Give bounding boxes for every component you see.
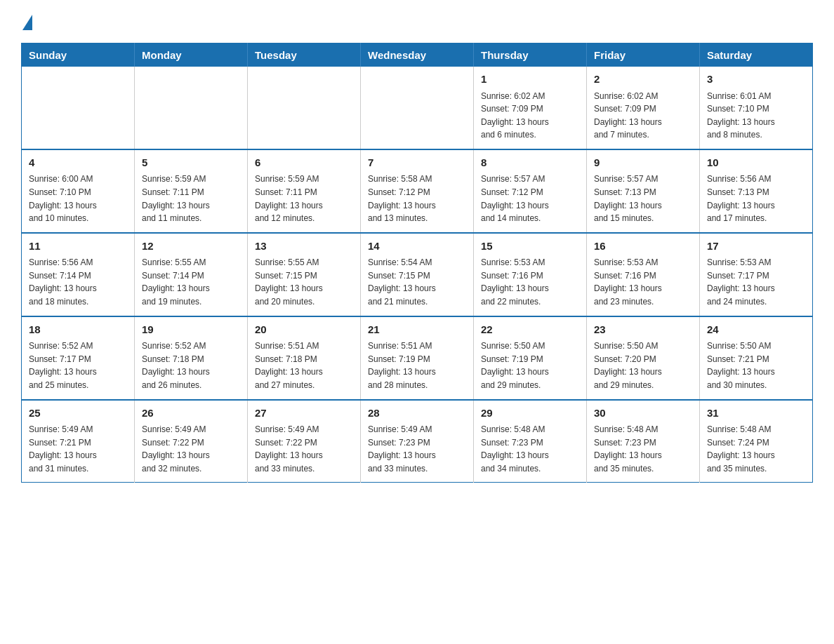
day-number: 13 [255, 239, 353, 255]
day-number: 26 [142, 405, 240, 422]
calendar-header-tuesday: Tuesday [248, 43, 361, 67]
day-number: 23 [594, 322, 692, 338]
calendar-cell: 14Sunrise: 5:54 AM Sunset: 7:15 PM Dayli… [361, 233, 474, 316]
calendar-cell: 15Sunrise: 5:53 AM Sunset: 7:16 PM Dayli… [474, 233, 587, 316]
day-number: 11 [29, 239, 127, 255]
calendar-cell: 1Sunrise: 6:02 AM Sunset: 7:09 PM Daylig… [474, 67, 587, 149]
day-number: 8 [481, 155, 579, 171]
day-number: 22 [481, 322, 579, 338]
calendar-cell: 10Sunrise: 5:56 AM Sunset: 7:13 PM Dayli… [700, 149, 813, 233]
day-number: 24 [707, 322, 805, 338]
page-header [21, 14, 813, 30]
day-info: Sunrise: 6:00 AM Sunset: 7:10 PM Dayligh… [29, 173, 127, 224]
day-number: 7 [368, 155, 466, 171]
day-number: 5 [142, 155, 240, 171]
day-number: 6 [255, 155, 353, 171]
day-number: 27 [255, 405, 353, 422]
calendar-week-row: 25Sunrise: 5:49 AM Sunset: 7:21 PM Dayli… [22, 400, 813, 483]
calendar-cell [22, 67, 135, 149]
day-number: 16 [594, 239, 692, 255]
day-number: 12 [142, 239, 240, 255]
day-info: Sunrise: 5:51 AM Sunset: 7:18 PM Dayligh… [255, 340, 353, 391]
day-info: Sunrise: 6:02 AM Sunset: 7:09 PM Dayligh… [594, 90, 692, 142]
day-number: 19 [142, 322, 240, 338]
calendar-week-row: 11Sunrise: 5:56 AM Sunset: 7:14 PM Dayli… [22, 233, 813, 316]
calendar-week-row: 1Sunrise: 6:02 AM Sunset: 7:09 PM Daylig… [22, 67, 813, 149]
calendar-cell: 16Sunrise: 5:53 AM Sunset: 7:16 PM Dayli… [587, 233, 700, 316]
calendar-cell: 5Sunrise: 5:59 AM Sunset: 7:11 PM Daylig… [135, 149, 248, 233]
logo-triangle-icon [22, 15, 32, 30]
day-number: 31 [707, 405, 805, 422]
calendar-cell: 9Sunrise: 5:57 AM Sunset: 7:13 PM Daylig… [587, 149, 700, 233]
day-number: 4 [29, 155, 127, 171]
day-info: Sunrise: 5:53 AM Sunset: 7:16 PM Dayligh… [594, 256, 692, 308]
day-number: 9 [594, 155, 692, 171]
calendar-cell: 6Sunrise: 5:59 AM Sunset: 7:11 PM Daylig… [248, 149, 361, 233]
day-info: Sunrise: 5:53 AM Sunset: 7:17 PM Dayligh… [707, 256, 805, 308]
calendar-cell: 4Sunrise: 6:00 AM Sunset: 7:10 PM Daylig… [22, 149, 135, 233]
day-number: 20 [255, 322, 353, 338]
day-info: Sunrise: 5:51 AM Sunset: 7:19 PM Dayligh… [368, 340, 466, 391]
calendar-header-row: SundayMondayTuesdayWednesdayThursdayFrid… [22, 43, 813, 67]
day-number: 30 [594, 405, 692, 422]
day-number: 21 [368, 322, 466, 338]
calendar-cell: 3Sunrise: 6:01 AM Sunset: 7:10 PM Daylig… [700, 67, 813, 149]
calendar-cell: 27Sunrise: 5:49 AM Sunset: 7:22 PM Dayli… [248, 400, 361, 483]
day-number: 29 [481, 405, 579, 422]
day-info: Sunrise: 5:50 AM Sunset: 7:19 PM Dayligh… [481, 340, 579, 391]
day-info: Sunrise: 5:50 AM Sunset: 7:20 PM Dayligh… [594, 340, 692, 391]
day-info: Sunrise: 5:56 AM Sunset: 7:14 PM Dayligh… [29, 256, 127, 308]
calendar-cell: 25Sunrise: 5:49 AM Sunset: 7:21 PM Dayli… [22, 400, 135, 483]
day-info: Sunrise: 5:57 AM Sunset: 7:13 PM Dayligh… [594, 173, 692, 224]
day-number: 1 [481, 72, 579, 88]
day-info: Sunrise: 6:01 AM Sunset: 7:10 PM Dayligh… [707, 90, 805, 142]
day-number: 14 [368, 239, 466, 255]
day-info: Sunrise: 5:53 AM Sunset: 7:16 PM Dayligh… [481, 256, 579, 308]
calendar-cell: 2Sunrise: 6:02 AM Sunset: 7:09 PM Daylig… [587, 67, 700, 149]
day-info: Sunrise: 6:02 AM Sunset: 7:09 PM Dayligh… [481, 90, 579, 142]
day-info: Sunrise: 5:48 AM Sunset: 7:24 PM Dayligh… [707, 423, 805, 475]
calendar-cell: 24Sunrise: 5:50 AM Sunset: 7:21 PM Dayli… [700, 316, 813, 400]
calendar-cell: 29Sunrise: 5:48 AM Sunset: 7:23 PM Dayli… [474, 400, 587, 483]
day-info: Sunrise: 5:50 AM Sunset: 7:21 PM Dayligh… [707, 340, 805, 391]
day-number: 25 [29, 405, 127, 422]
day-number: 15 [481, 239, 579, 255]
calendar-header-wednesday: Wednesday [361, 43, 474, 67]
calendar-header-thursday: Thursday [474, 43, 587, 67]
calendar-cell: 19Sunrise: 5:52 AM Sunset: 7:18 PM Dayli… [135, 316, 248, 400]
calendar-header-sunday: Sunday [22, 43, 135, 67]
day-number: 2 [594, 72, 692, 88]
calendar-cell: 8Sunrise: 5:57 AM Sunset: 7:12 PM Daylig… [474, 149, 587, 233]
calendar-table: SundayMondayTuesdayWednesdayThursdayFrid… [21, 43, 813, 483]
calendar-header-friday: Friday [587, 43, 700, 67]
day-info: Sunrise: 5:59 AM Sunset: 7:11 PM Dayligh… [255, 173, 353, 224]
logo [21, 14, 32, 30]
day-info: Sunrise: 5:55 AM Sunset: 7:15 PM Dayligh… [255, 256, 353, 308]
day-info: Sunrise: 5:48 AM Sunset: 7:23 PM Dayligh… [481, 423, 579, 475]
calendar-cell: 11Sunrise: 5:56 AM Sunset: 7:14 PM Dayli… [22, 233, 135, 316]
calendar-cell [248, 67, 361, 149]
calendar-header-saturday: Saturday [700, 43, 813, 67]
day-info: Sunrise: 5:58 AM Sunset: 7:12 PM Dayligh… [368, 173, 466, 224]
calendar-cell [135, 67, 248, 149]
day-info: Sunrise: 5:49 AM Sunset: 7:23 PM Dayligh… [368, 423, 466, 475]
day-info: Sunrise: 5:52 AM Sunset: 7:17 PM Dayligh… [29, 340, 127, 391]
day-info: Sunrise: 5:55 AM Sunset: 7:14 PM Dayligh… [142, 256, 240, 308]
calendar-cell: 18Sunrise: 5:52 AM Sunset: 7:17 PM Dayli… [22, 316, 135, 400]
day-info: Sunrise: 5:59 AM Sunset: 7:11 PM Dayligh… [142, 173, 240, 224]
calendar-cell: 7Sunrise: 5:58 AM Sunset: 7:12 PM Daylig… [361, 149, 474, 233]
day-number: 10 [707, 155, 805, 171]
day-info: Sunrise: 5:49 AM Sunset: 7:22 PM Dayligh… [255, 423, 353, 475]
calendar-cell: 21Sunrise: 5:51 AM Sunset: 7:19 PM Dayli… [361, 316, 474, 400]
calendar-cell: 28Sunrise: 5:49 AM Sunset: 7:23 PM Dayli… [361, 400, 474, 483]
calendar-cell: 23Sunrise: 5:50 AM Sunset: 7:20 PM Dayli… [587, 316, 700, 400]
day-info: Sunrise: 5:57 AM Sunset: 7:12 PM Dayligh… [481, 173, 579, 224]
calendar-cell: 13Sunrise: 5:55 AM Sunset: 7:15 PM Dayli… [248, 233, 361, 316]
day-number: 3 [707, 72, 805, 88]
calendar-cell: 31Sunrise: 5:48 AM Sunset: 7:24 PM Dayli… [700, 400, 813, 483]
calendar-cell: 20Sunrise: 5:51 AM Sunset: 7:18 PM Dayli… [248, 316, 361, 400]
calendar-cell: 22Sunrise: 5:50 AM Sunset: 7:19 PM Dayli… [474, 316, 587, 400]
day-info: Sunrise: 5:49 AM Sunset: 7:21 PM Dayligh… [29, 423, 127, 475]
calendar-cell: 12Sunrise: 5:55 AM Sunset: 7:14 PM Dayli… [135, 233, 248, 316]
calendar-cell [361, 67, 474, 149]
